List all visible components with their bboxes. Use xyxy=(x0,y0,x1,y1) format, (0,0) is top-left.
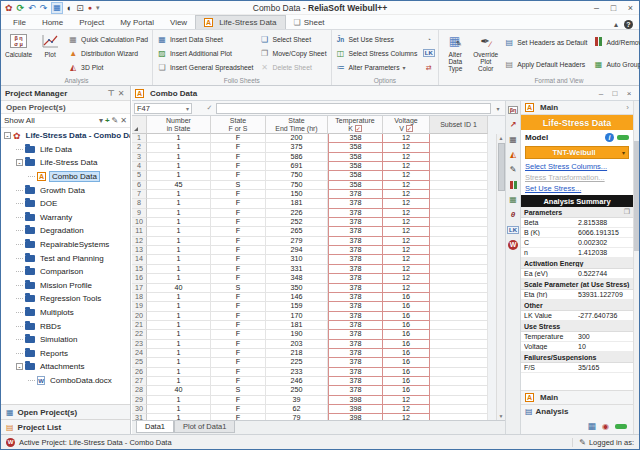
likelihood-button[interactable]: LK xyxy=(422,47,435,59)
panel-tab-main[interactable]: A Main xyxy=(521,390,633,404)
data-cell[interactable]: 348 xyxy=(266,274,328,283)
row-number-cell[interactable]: 10 xyxy=(132,218,147,227)
data-cell[interactable]: 378 xyxy=(328,368,383,377)
tree-item-growth-data[interactable]: Growth Data xyxy=(1,183,130,197)
data-cell[interactable]: 378 xyxy=(328,199,383,208)
data-cell[interactable]: 378 xyxy=(328,302,383,311)
row-number-cell[interactable]: 25 xyxy=(132,358,147,367)
data-cell[interactable]: 378 xyxy=(328,321,383,330)
add-remove-columns-button[interactable] xyxy=(506,178,520,191)
row-number-cell[interactable]: 31 xyxy=(132,414,147,420)
data-cell[interactable]: 398 xyxy=(328,396,383,405)
select-all-cell[interactable] xyxy=(132,116,147,134)
data-cell[interactable]: 279 xyxy=(266,237,328,246)
data-cell[interactable]: 12 xyxy=(383,199,430,208)
data-cell[interactable]: 12 xyxy=(383,265,430,274)
data-cell[interactable]: F xyxy=(211,321,266,330)
data-cell[interactable]: F xyxy=(211,199,266,208)
project-filter-select[interactable]: Show All xyxy=(4,116,97,125)
tree-item-life-stress-data[interactable]: -Life-Stress Data xyxy=(1,156,130,170)
data-cell[interactable]: F xyxy=(211,302,266,311)
select-stress-columns-link[interactable]: Select Stress Columns... xyxy=(525,162,607,171)
data-cell[interactable]: F xyxy=(211,274,266,283)
alter-parameters-button[interactable]: θ xyxy=(506,208,520,221)
data-cell[interactable]: 181 xyxy=(266,321,328,330)
menu-tab-life-stress-data[interactable]: ALife-Stress Data xyxy=(195,15,285,29)
panel-scrollbar[interactable] xyxy=(633,101,639,434)
data-cell[interactable]: F xyxy=(211,358,266,367)
row-number-cell[interactable]: 3 xyxy=(132,153,147,162)
row-number-cell[interactable]: 6 xyxy=(132,181,147,190)
data-cell[interactable]: 1 xyxy=(147,246,211,255)
data-cell[interactable]: 1 xyxy=(147,199,211,208)
data-cell[interactable]: 16 xyxy=(383,293,430,302)
sheet-tab-data1[interactable]: Data1 xyxy=(136,421,174,433)
qcp-button[interactable]: ▦ xyxy=(506,133,520,146)
auto-group-data-button[interactable]: ▦Auto Group Data xyxy=(594,58,640,71)
tree-expander-icon[interactable]: - xyxy=(4,132,11,139)
qat-menu-icon[interactable]: ▾ xyxy=(96,3,100,13)
row-number-cell[interactable]: 7 xyxy=(132,190,147,199)
data-cell[interactable]: F xyxy=(211,349,266,358)
data-cell[interactable]: 1 xyxy=(147,227,211,236)
undo-icon[interactable]: ↶ xyxy=(28,3,36,13)
data-cell[interactable]: 16 xyxy=(383,386,430,395)
data-cell[interactable]: 250 xyxy=(266,386,328,395)
data-cell[interactable]: 12 xyxy=(383,181,430,190)
insert-additional-plot-button[interactable]: ▨Insert Additional Plot xyxy=(157,47,254,60)
data-cell[interactable]: 12 xyxy=(383,153,430,162)
data-cell[interactable]: 12 xyxy=(383,405,430,414)
edit-project-icon[interactable]: ✎ xyxy=(112,116,119,125)
data-cell[interactable]: 1 xyxy=(147,312,211,321)
data-cell[interactable]: 378 xyxy=(328,265,383,274)
move-copy-sheet-button[interactable]: ❐Move/Copy Sheet xyxy=(260,47,327,60)
tree-item-rbds[interactable]: RBDs xyxy=(1,319,130,333)
row-number-cell[interactable]: 12 xyxy=(132,237,147,246)
data-cell[interactable]: S xyxy=(211,181,266,190)
subset-cell[interactable] xyxy=(430,218,488,227)
subset-cell[interactable] xyxy=(430,171,488,180)
data-cell[interactable]: F xyxy=(211,162,266,171)
data-cell[interactable]: 378 xyxy=(328,358,383,367)
data-cell[interactable]: 181 xyxy=(266,199,328,208)
data-cell[interactable]: F xyxy=(211,143,266,152)
subset-cell[interactable] xyxy=(430,190,488,199)
data-cell[interactable]: 1 xyxy=(147,153,211,162)
panel-scroll-thumb[interactable] xyxy=(634,141,639,251)
select-sheet-button[interactable]: ❏Select Sheet xyxy=(260,33,327,46)
row-number-cell[interactable]: 23 xyxy=(132,340,147,349)
help-icon[interactable]: ? xyxy=(624,20,633,29)
data-cell[interactable]: 79 xyxy=(266,414,328,420)
add-project-icon[interactable]: + xyxy=(105,116,110,125)
data-cell[interactable]: 12 xyxy=(383,284,430,293)
data-cell[interactable]: 378 xyxy=(328,284,383,293)
row-number-cell[interactable]: 9 xyxy=(132,209,147,218)
data-cell[interactable]: F xyxy=(211,293,266,302)
set-use-stress-link[interactable]: Set Use Stress... xyxy=(525,184,581,193)
data-cell[interactable]: 1 xyxy=(147,414,211,420)
scroll-down-icon[interactable]: ▼ xyxy=(499,412,504,420)
data-cell[interactable]: 12 xyxy=(383,396,430,405)
publish-model-button[interactable]: W xyxy=(506,238,520,251)
data-cell[interactable]: F xyxy=(211,153,266,162)
subset-cell[interactable] xyxy=(430,199,488,208)
tree-item-combodata-docx[interactable]: WComboData.docx xyxy=(1,374,130,388)
data-cell[interactable]: 375 xyxy=(266,143,328,152)
data-cell[interactable]: S xyxy=(211,284,266,293)
data-cell[interactable]: 45 xyxy=(147,181,211,190)
data-cell[interactable]: F xyxy=(211,330,266,339)
subset-cell[interactable] xyxy=(430,312,488,321)
menu-tab-home[interactable]: Home xyxy=(34,15,71,29)
data-cell[interactable]: 16 xyxy=(383,312,430,321)
data-cell[interactable]: 691 xyxy=(266,162,328,171)
data-cell[interactable]: 750 xyxy=(266,171,328,180)
subset-cell[interactable] xyxy=(430,358,488,367)
redo-icon[interactable]: ↷ xyxy=(40,3,48,13)
data-cell[interactable]: 12 xyxy=(383,274,430,283)
alter-data-type-button[interactable]: ▦✎ Alter Data Type xyxy=(441,31,469,76)
subset-cell[interactable] xyxy=(430,396,488,405)
data-cell[interactable]: 265 xyxy=(266,227,328,236)
data-cell[interactable]: 16 xyxy=(383,321,430,330)
delete-project-icon[interactable]: ✕ xyxy=(120,116,127,125)
data-cell[interactable]: 12 xyxy=(383,209,430,218)
